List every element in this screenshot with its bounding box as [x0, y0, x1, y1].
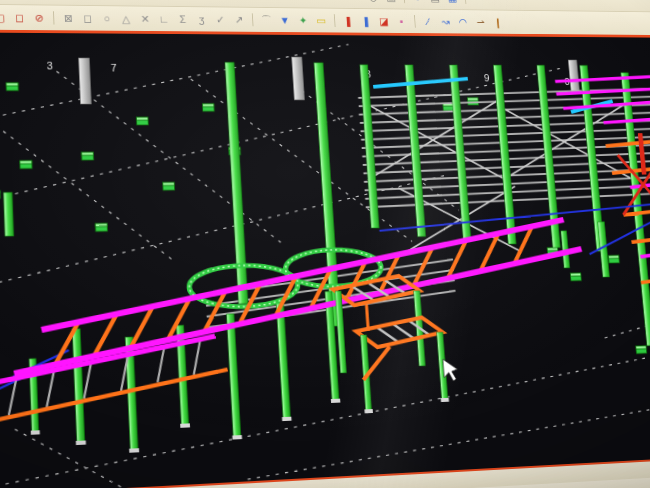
- filter-funnel-icon[interactable]: ▼: [277, 13, 293, 27]
- runway-rungs: [51, 227, 542, 363]
- rotate-view-icon[interactable]: ↻: [409, 0, 425, 4]
- sum-icon[interactable]: Σ: [174, 12, 191, 26]
- undo-icon[interactable]: ↶: [470, 0, 486, 5]
- delete-tool-icon[interactable]: ✕: [137, 12, 154, 26]
- weld-edge-icon[interactable]: ◻: [11, 10, 28, 24]
- red-posts: [637, 128, 650, 175]
- photo-of-monitor: ✛ ◎ ▣ ↻ ▤ ▦ ↶ ↷ ▢ ◻ ⊘ ⊠ ◻ ○ △ ✕ ∟ Σ ʒ ✓ …: [0, 0, 650, 488]
- redo-icon[interactable]: ↷: [488, 0, 504, 5]
- arrow-tool-icon[interactable]: ⇀: [472, 15, 488, 29]
- zoom-icon[interactable]: ◎: [365, 0, 381, 3]
- dim-tool-icon[interactable]: ❙: [490, 15, 506, 29]
- pan-icon[interactable]: ✛: [347, 0, 363, 3]
- grid-label: 3: [47, 61, 54, 71]
- binoculars-icon[interactable]: ⌒: [258, 13, 274, 27]
- monitor-screen: ✛ ◎ ▣ ↻ ▤ ▦ ↶ ↷ ▢ ◻ ⊘ ⊠ ◻ ○ △ ✕ ∟ Σ ʒ ✓ …: [0, 0, 650, 488]
- corner-tool-icon[interactable]: ∟: [156, 12, 173, 26]
- point-icon[interactable]: ▪: [394, 14, 410, 28]
- polyline-tool-icon[interactable]: ↝: [438, 15, 454, 29]
- fit-view-icon[interactable]: ▣: [383, 0, 399, 4]
- model-viewport[interactable]: 3 7 8 9 0 2 E: [0, 32, 650, 488]
- grid-label: 9: [484, 74, 490, 84]
- rectangle-tool-icon[interactable]: ◻: [79, 11, 96, 25]
- weld-off-icon[interactable]: ⊘: [30, 11, 47, 25]
- bolt-icon[interactable]: ⊠: [60, 11, 77, 25]
- orange-platform-lower: [355, 317, 449, 414]
- line-tool-icon[interactable]: ∕: [420, 15, 436, 29]
- curly-sum-icon[interactable]: ʒ: [193, 12, 210, 26]
- triangle-tool-icon[interactable]: △: [118, 11, 135, 25]
- weld-polygon-icon[interactable]: ▢: [0, 10, 8, 25]
- level-mark-icon[interactable]: ◪: [376, 14, 392, 28]
- camera-icon[interactable]: ▤: [427, 0, 443, 4]
- pointer-arrow-icon[interactable]: ↗: [231, 13, 248, 27]
- concrete-pillars: [78, 56, 580, 104]
- arc-tool-icon[interactable]: ◠: [455, 15, 471, 29]
- note-icon[interactable]: ▭: [313, 14, 329, 28]
- check-tool-icon[interactable]: ✓: [212, 12, 229, 26]
- circle-tool-icon[interactable]: ○: [98, 11, 115, 25]
- red-pin-icon[interactable]: ❚: [340, 14, 356, 28]
- grid-toggle-icon[interactable]: ▦: [444, 0, 460, 4]
- blue-pin-icon[interactable]: ❚: [358, 14, 374, 28]
- grid-label: 7: [111, 63, 118, 73]
- walk-mode-icon[interactable]: ✦: [295, 13, 311, 27]
